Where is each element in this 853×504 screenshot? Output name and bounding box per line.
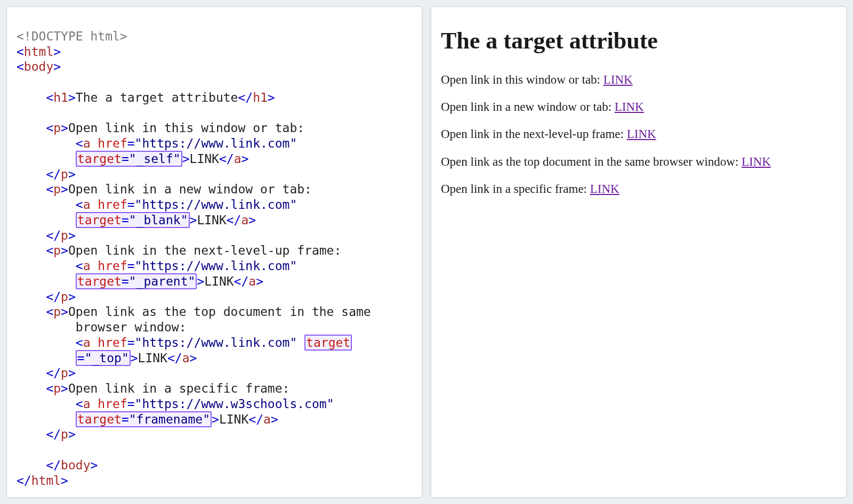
code-desc4a: Open link as the top document in the sam… <box>68 305 371 319</box>
para-text: Open link in a specific frame: <box>441 182 590 196</box>
render-pane: The a target attribute Open link in this… <box>431 6 847 498</box>
highlight-target-framename: target="framename" <box>76 411 212 427</box>
code-pane: <!DOCTYPE html> <html> <body> <h1>The a … <box>6 6 422 498</box>
code-html-close: </html> <box>17 474 68 487</box>
highlight-target-parent: target="_parent" <box>76 273 197 289</box>
para-text: Open link in a new window or tab: <box>441 100 615 113</box>
code-href-val: "https://www.link.com" <box>135 136 297 150</box>
link-self[interactable]: LINK <box>603 73 633 86</box>
highlight-target-blank: target="_blank" <box>76 212 190 228</box>
code-body-close: </body> <box>46 458 98 472</box>
code-desc2: Open link in a new window or tab: <box>68 182 312 196</box>
link-framename[interactable]: LINK <box>590 182 619 196</box>
paragraph-blank: Open link in a new window or tab: LINK <box>441 98 836 116</box>
paragraph-framename: Open link in a specific frame: LINK <box>441 180 836 198</box>
highlight-target-self: target="_self" <box>76 151 182 167</box>
code-desc1: Open link in this window or tab: <box>68 121 304 135</box>
code-href-attr: href <box>98 136 127 150</box>
paragraph-parent: Open link in the next-level-up frame: LI… <box>441 125 836 143</box>
link-parent[interactable]: LINK <box>627 127 656 141</box>
para-text: Open link in this window or tab: <box>441 73 603 86</box>
paragraph-self: Open link in this window or tab: LINK <box>441 71 836 88</box>
code-desc4b: browser window: <box>76 320 187 334</box>
para-text: Open link as the top document in the sam… <box>441 155 742 168</box>
code-h1-close: </h1> <box>238 91 275 104</box>
code-desc3: Open link in the next-level-up frame: <box>68 243 341 257</box>
page-title: The a target attribute <box>441 24 836 58</box>
paragraph-top: Open link as the top document in the sam… <box>441 153 836 170</box>
para-text: Open link in the next-level-up frame: <box>441 127 627 141</box>
code-h1-text: The a target attribute <box>76 91 238 104</box>
highlight-target-top-val: ="_top" <box>76 350 131 366</box>
code-h1-open: <h1> <box>46 91 75 104</box>
code-body-open: <body> <box>17 60 61 74</box>
link-top[interactable]: LINK <box>742 155 771 168</box>
code-desc5: Open link in a specific frame: <box>68 381 289 395</box>
highlight-target-top-attr: target <box>304 335 352 351</box>
code-html-open: <html> <box>17 45 61 59</box>
code-link-text: LINK <box>190 152 219 166</box>
code-doctype: <!DOCTYPE html> <box>17 29 127 43</box>
link-blank[interactable]: LINK <box>615 100 644 113</box>
split-view: <!DOCTYPE html> <html> <body> <h1>The a … <box>0 0 853 504</box>
